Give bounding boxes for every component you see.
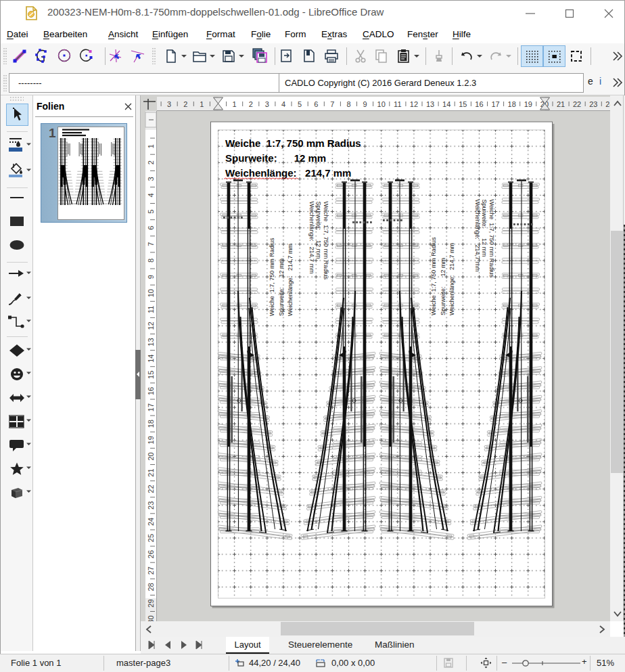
svg-text:8: 8 [147, 259, 155, 263]
svg-text:21: 21 [557, 100, 565, 108]
svg-text:13: 13 [147, 338, 155, 346]
svg-text:Weichenlänge: 214,7 mm: Weichenlänge: 214,7 mm [308, 202, 315, 274]
svg-text:11: 11 [394, 100, 401, 108]
svg-text:17: 17 [147, 403, 155, 411]
svg-text:21: 21 [147, 468, 155, 476]
svg-text:1: 1 [233, 100, 237, 108]
svg-text:15: 15 [459, 100, 467, 108]
svg-text:6: 6 [314, 100, 318, 108]
svg-text:12: 12 [147, 321, 155, 330]
svg-text:3: 3 [265, 100, 269, 108]
svg-text:11: 11 [147, 306, 155, 313]
svg-text:14: 14 [442, 100, 450, 108]
svg-text:Weiche 1:7, 750 mm Radius: Weiche 1:7, 750 mm Radius [430, 237, 437, 315]
svg-text:26: 26 [147, 550, 155, 558]
svg-text:8: 8 [346, 100, 350, 108]
svg-text:22: 22 [573, 100, 581, 108]
svg-text:Weichenlänge: 214,7 mm: Weichenlänge: 214,7 mm [448, 243, 455, 315]
svg-text:25: 25 [147, 534, 155, 542]
svg-text:30: 30 [147, 615, 155, 621]
svg-text:Weiche 1:7, 750 mm Radius: Weiche 1:7, 750 mm Radius [269, 238, 275, 316]
svg-text:4: 4 [281, 100, 285, 108]
svg-text:2: 2 [183, 100, 187, 108]
svg-text:Weichenlänge: 214,7 mm: Weichenlänge: 214,7 mm [225, 167, 351, 179]
svg-text:24: 24 [147, 518, 155, 526]
svg-text:19: 19 [147, 436, 155, 444]
svg-text:Spurweite: 12 mm: Spurweite: 12 mm [278, 259, 285, 316]
svg-text:5: 5 [147, 210, 155, 214]
svg-text:14: 14 [147, 355, 155, 363]
svg-text:9: 9 [147, 275, 155, 279]
svg-text:10: 10 [147, 289, 155, 297]
svg-text:16: 16 [475, 100, 483, 108]
svg-text:Spurweite: 12 mm: Spurweite: 12 mm [225, 152, 326, 164]
svg-text:3: 3 [167, 100, 171, 108]
svg-text:Spurweite: 12 mm: Spurweite: 12 mm [440, 258, 446, 315]
svg-text:10: 10 [377, 100, 386, 108]
svg-text:Weiche 1:7, 750 mm Radius: Weiche 1:7, 750 mm Radius [488, 200, 495, 278]
svg-text:16: 16 [147, 387, 155, 395]
svg-text:29: 29 [147, 599, 155, 607]
svg-text:12: 12 [410, 100, 418, 108]
svg-text:6: 6 [147, 226, 155, 230]
svg-text:15: 15 [147, 371, 155, 379]
svg-text:1: 1 [147, 144, 155, 148]
svg-text:20: 20 [147, 452, 155, 460]
svg-text:27: 27 [147, 566, 155, 575]
svg-text:4: 4 [147, 193, 155, 197]
svg-text:Spurweite: 12 mm: Spurweite: 12 mm [315, 202, 322, 259]
svg-text:24: 24 [605, 100, 610, 108]
svg-text:23: 23 [147, 501, 155, 510]
svg-text:Weichenlänge: 214,7 mm: Weichenlänge: 214,7 mm [474, 200, 481, 272]
svg-text:Weiche 1:7, 750 mm Radius: Weiche 1:7, 750 mm Radius [323, 202, 329, 280]
svg-text:2: 2 [249, 100, 253, 108]
svg-text:23: 23 [589, 100, 597, 108]
svg-text:18: 18 [147, 420, 155, 428]
svg-text:Weiche 1:7, 750 mm Radius: Weiche 1:7, 750 mm Radius [225, 137, 361, 149]
svg-text:13: 13 [426, 100, 434, 108]
svg-text:3: 3 [147, 177, 155, 181]
svg-text:Spurweite: 12 mm: Spurweite: 12 mm [481, 200, 488, 257]
svg-text:5: 5 [298, 100, 302, 108]
svg-text:9: 9 [363, 100, 367, 108]
svg-text:22: 22 [147, 485, 155, 493]
svg-text:28: 28 [147, 583, 155, 591]
svg-text:1: 1 [200, 100, 204, 108]
svg-text:17: 17 [491, 100, 499, 108]
svg-text:Weichenlänge: 214,7 mm: Weichenlänge: 214,7 mm [287, 244, 294, 316]
svg-text:2: 2 [147, 160, 155, 164]
svg-text:18: 18 [508, 100, 516, 108]
svg-text:19: 19 [524, 100, 532, 108]
svg-text:7: 7 [147, 242, 155, 246]
svg-text:7: 7 [330, 100, 334, 108]
